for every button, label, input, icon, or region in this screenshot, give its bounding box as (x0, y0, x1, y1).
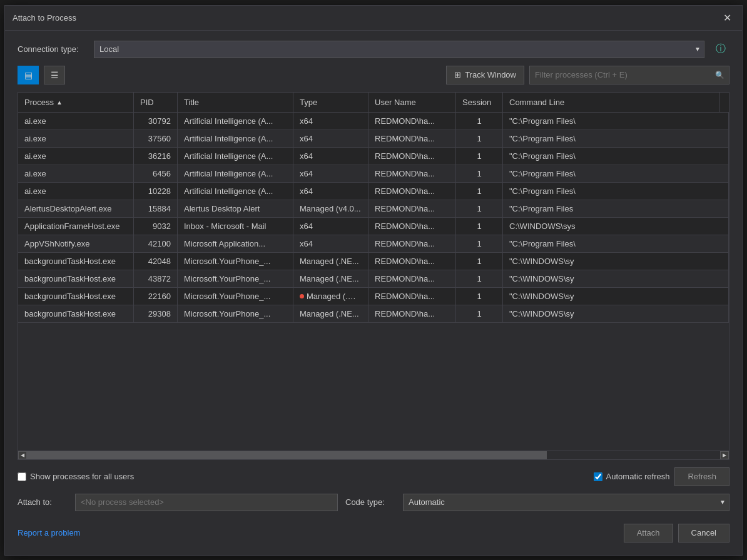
pid-column-header[interactable]: PID (134, 93, 178, 112)
horizontal-scrollbar[interactable]: ◀ ▶ (18, 451, 729, 459)
td-username: REDMOND\ha... (368, 183, 456, 200)
td-process: backgroundTaskHost.exe (18, 270, 134, 287)
table-row[interactable]: ai.exe 36216 Artificial Intelligence (A.… (18, 148, 729, 165)
track-window-button[interactable]: ⊞ Track Window (446, 66, 524, 84)
td-title: Microsoft.YourPhone_... (178, 253, 293, 270)
attach-to-input[interactable] (75, 494, 338, 511)
table-row[interactable]: AlertusDesktopAlert.exe 15884 Alertus De… (18, 200, 729, 218)
sort-asc-icon: ▲ (56, 99, 63, 106)
td-title: Microsoft Application... (178, 235, 293, 252)
td-cmdline: "C:\WINDOWS\sy (503, 288, 729, 305)
td-title: Artificial Intelligence (A... (178, 148, 293, 165)
table-row[interactable]: AppVShNotify.exe 42100 Microsoft Applica… (18, 235, 729, 253)
td-type: Managed (.NE... (293, 253, 368, 270)
td-type: x64 (293, 235, 368, 252)
td-session: 1 (456, 305, 503, 322)
td-cmdline: C:\WINDOWS\sys (503, 218, 729, 235)
td-process: ai.exe (18, 165, 134, 182)
table-row[interactable]: backgroundTaskHost.exe 42048 Microsoft.Y… (18, 253, 729, 270)
refresh-label: Refresh (688, 472, 716, 481)
td-session: 1 (456, 148, 503, 165)
td-process: ai.exe (18, 130, 134, 147)
td-session: 1 (456, 183, 503, 200)
show-all-users-checkbox[interactable] (18, 472, 26, 481)
report-problem-link[interactable]: Report a problem (18, 528, 80, 537)
auto-refresh-checkbox[interactable] (594, 472, 602, 481)
td-type: x64 (293, 148, 368, 165)
cmdline-column-header[interactable]: Command Line (503, 93, 720, 112)
td-session: 1 (456, 130, 503, 147)
hscroll-thumb[interactable] (27, 451, 547, 459)
code-type-wrapper: Automatic ▼ (403, 494, 729, 511)
attach-button[interactable]: Attach (624, 524, 673, 542)
cancel-label: Cancel (691, 528, 716, 537)
detail-view-icon: ☰ (51, 70, 59, 80)
td-pid: 9032 (134, 218, 178, 235)
td-pid: 37560 (134, 130, 178, 147)
refresh-button[interactable]: Refresh (674, 467, 729, 486)
table-row[interactable]: backgroundTaskHost.exe 43872 Microsoft.Y… (18, 270, 729, 288)
td-cmdline: "C:\WINDOWS\sy (503, 305, 729, 322)
td-session: 1 (456, 270, 503, 287)
info-button[interactable]: ⓘ (712, 41, 729, 58)
table-header: Process ▲ PID Title Type User Name Sessi… (18, 93, 729, 113)
hscroll-right-button[interactable]: ▶ (720, 451, 729, 459)
username-column-header[interactable]: User Name (368, 93, 456, 112)
td-process: ai.exe (18, 148, 134, 165)
table-row[interactable]: ApplicationFrameHost.exe 9032 Inbox - Mi… (18, 218, 729, 235)
title-bar: Attach to Process ✕ (5, 6, 742, 31)
connection-type-select[interactable]: Local (94, 41, 704, 58)
auto-refresh-text: Automatic refresh (606, 472, 670, 481)
td-pid: 30792 (134, 113, 178, 130)
td-session: 1 (456, 253, 503, 270)
process-table-body[interactable]: ai.exe 30792 Artificial Intelligence (A.… (18, 113, 729, 451)
td-cmdline: "C:\Program Files\ (503, 235, 729, 252)
attach-to-label: Attach to: (18, 497, 68, 507)
connection-type-label: Connection type: (18, 44, 86, 54)
close-button[interactable]: ✕ (719, 10, 734, 25)
dialog-title: Attach to Process (13, 13, 76, 23)
table-row[interactable]: ai.exe 37560 Artificial Intelligence (A.… (18, 130, 729, 148)
table-row[interactable]: ai.exe 6456 Artificial Intelligence (A..… (18, 165, 729, 183)
td-username: REDMOND\ha... (368, 165, 456, 182)
td-title: Microsoft.YourPhone_... (178, 270, 293, 287)
view-list-button[interactable]: ▤ (18, 66, 39, 84)
process-column-header[interactable]: Process ▲ (18, 93, 134, 112)
hscroll-left-button[interactable]: ◀ (18, 451, 27, 459)
cancel-button[interactable]: Cancel (678, 524, 729, 542)
connection-type-row: Connection type: Local ▼ ⓘ (18, 41, 729, 58)
auto-refresh-label[interactable]: Automatic refresh (594, 472, 670, 481)
td-title: Microsoft.YourPhone_... (178, 305, 293, 322)
td-process: AppVShNotify.exe (18, 235, 134, 252)
td-pid: 36216 (134, 148, 178, 165)
filter-search-button[interactable]: 🔍 (711, 66, 729, 84)
type-column-header[interactable]: Type (293, 93, 368, 112)
td-session: 1 (456, 200, 503, 217)
td-cmdline: "C:\Program Files\ (503, 130, 729, 147)
view-detail-button[interactable]: ☰ (44, 66, 65, 84)
footer-buttons: Attach Cancel (624, 524, 729, 542)
show-all-users-label[interactable]: Show processes for all users (18, 472, 134, 481)
table-row[interactable]: backgroundTaskHost.exe 22160 Microsoft.Y… (18, 288, 729, 305)
td-session: 1 (456, 218, 503, 235)
td-title: Artificial Intelligence (A... (178, 183, 293, 200)
code-type-select[interactable]: Automatic (403, 494, 729, 511)
title-column-header[interactable]: Title (178, 93, 293, 112)
td-title: Artificial Intelligence (A... (178, 165, 293, 182)
table-row[interactable]: backgroundTaskHost.exe 29308 Microsoft.Y… (18, 305, 729, 323)
track-window-label: Track Window (465, 70, 516, 79)
track-window-icon: ⊞ (454, 70, 461, 79)
td-cmdline: "C:\Program Files\ (503, 165, 729, 182)
list-view-icon: ▤ (24, 70, 33, 80)
table-row[interactable]: ai.exe 30792 Artificial Intelligence (A.… (18, 113, 729, 130)
td-pid: 6456 (134, 165, 178, 182)
filter-input[interactable] (529, 66, 729, 84)
td-username: REDMOND\ha... (368, 288, 456, 305)
hscroll-track[interactable] (27, 451, 720, 459)
td-session: 1 (456, 165, 503, 182)
table-row[interactable]: ai.exe 10228 Artificial Intelligence (A.… (18, 183, 729, 200)
session-column-header[interactable]: Session (456, 93, 503, 112)
td-title: Inbox - Microsoft - Mail (178, 218, 293, 235)
td-username: REDMOND\ha... (368, 305, 456, 322)
td-pid: 42100 (134, 235, 178, 252)
